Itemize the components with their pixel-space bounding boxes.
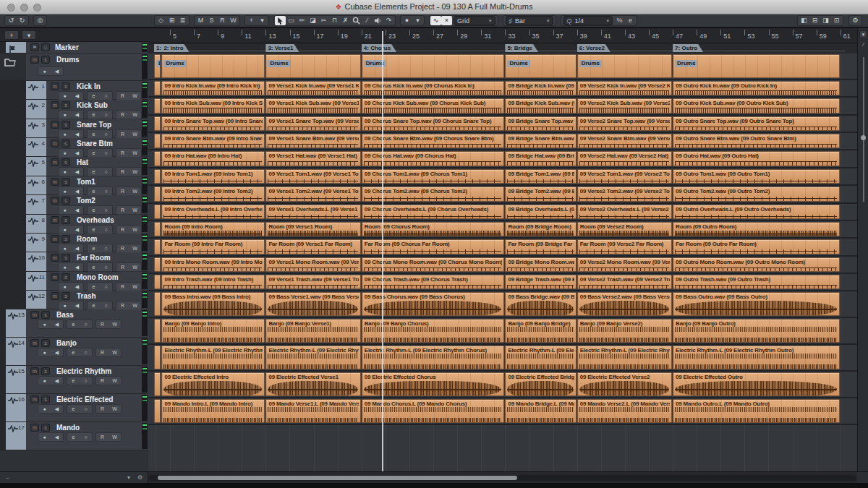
- setup-zones-icon[interactable]: ⊡: [831, 16, 842, 25]
- audio-clip[interactable]: [154, 116, 161, 131]
- monitor-icon[interactable]: ◀: [71, 206, 83, 214]
- record-arm-icon[interactable]: ●: [59, 206, 71, 214]
- mute-button[interactable]: m: [51, 273, 59, 281]
- marker-lane[interactable]: 1: Intr2: Intro3: Verse14: Chorus5: Brid…: [148, 43, 857, 53]
- horizontal-scrollbar[interactable]: [149, 475, 856, 481]
- solo-button[interactable]: s: [61, 121, 70, 129]
- freeze-icon[interactable]: ○: [100, 244, 112, 252]
- edit-channel-icon[interactable]: e: [88, 149, 100, 157]
- audio-clip[interactable]: 09 Verse1 Kick In.wav (09 Verse1 Kick In…: [265, 81, 360, 95]
- read-automation-icon[interactable]: R: [96, 320, 109, 328]
- audio-clip[interactable]: 09 Verse1 Snare Top.wav (09 Verse1 Snare…: [265, 116, 360, 131]
- right-zone-icon[interactable]: ◨: [820, 16, 831, 25]
- audio-clip[interactable]: 09 Verse2 Overheads.L (09 Verse2 Overhea…: [577, 205, 672, 219]
- monitor-icon[interactable]: ◀: [71, 244, 83, 252]
- monitor-icon[interactable]: ◀: [71, 111, 83, 119]
- read-automation-icon[interactable]: R: [116, 168, 129, 176]
- mute-button[interactable]: m: [51, 178, 59, 186]
- audio-track-row[interactable]: 17msMando●◀e○RW: [0, 422, 148, 450]
- folder-track-row[interactable]: msDrums●◀: [0, 53, 148, 81]
- read-automation-icon[interactable]: R: [116, 263, 129, 271]
- toolbar-setup-icon[interactable]: ⚙: [850, 16, 861, 25]
- audio-clip[interactable]: 09 Mando Intro.L (09 Mando Intro): [161, 399, 265, 423]
- freeze-icon[interactable]: ○: [100, 149, 112, 157]
- audio-clip[interactable]: 09 Verse1 Trash.wav (09 Verse1 Trash): [265, 275, 360, 289]
- freeze-icon[interactable]: ○: [100, 111, 112, 119]
- audio-clip[interactable]: [154, 319, 161, 343]
- timeline-ruler[interactable]: 5791113151719212325272931333537394143454…: [148, 28, 857, 43]
- audio-clip[interactable]: 09 Verse1 Hat.wav (09 Verse1 Hat): [265, 151, 360, 166]
- audio-clip[interactable]: Electric Rhythm-L (09 Electric Rhythm Br…: [505, 346, 576, 369]
- monitor-icon[interactable]: ◀: [51, 67, 63, 75]
- audio-clip[interactable]: 09 Bass Verse1.wav (09 Bass Verse1): [265, 292, 360, 316]
- audio-clip[interactable]: 09 Outro Hat.wav (09 Outro Hat): [673, 151, 840, 166]
- audio-track-row[interactable]: 12msTrash●◀e○RW: [0, 291, 148, 309]
- iterative-quantize-icon[interactable]: e: [625, 16, 636, 25]
- write-automation-icon[interactable]: W: [129, 149, 141, 157]
- edit-channel-icon[interactable]: e: [67, 405, 80, 413]
- track-settings-gear-icon[interactable]: ⚙: [137, 474, 142, 481]
- audio-clip[interactable]: 09 Verse2 Kick Sub.wav (09 Verse2 Kick S…: [577, 98, 672, 113]
- read-automation-icon[interactable]: R: [96, 433, 109, 441]
- write-automation-icon[interactable]: W: [129, 263, 141, 271]
- write-automation-icon[interactable]: W: [129, 187, 141, 195]
- audio-clip[interactable]: 09 Electric Effected Intro: [161, 372, 265, 396]
- track-presets-button[interactable]: ▾: [22, 30, 36, 40]
- audio-clip[interactable]: [154, 292, 161, 316]
- read-automation-icon[interactable]: R: [116, 226, 129, 234]
- audio-track-row[interactable]: 15msElectric Rhythm●◀e○RW: [0, 366, 148, 394]
- zoom-tool[interactable]: [351, 16, 362, 25]
- write-automation-icon[interactable]: W: [129, 111, 141, 119]
- edit-channel-icon[interactable]: e: [88, 111, 100, 119]
- audio-track-lane[interactable]: Electric Rhythm-L (09 Electric Rhythm In…: [148, 345, 857, 372]
- audio-clip[interactable]: Banjo (09 Banjo Intro): [161, 319, 265, 343]
- audio-track-lane[interactable]: 09 Intro Snare Top.wav (09 Intro Snare T…: [148, 116, 857, 133]
- mute-button[interactable]: m: [51, 254, 59, 262]
- monitor-icon[interactable]: ◀: [71, 301, 83, 309]
- mute-button[interactable]: m: [51, 158, 59, 166]
- audio-track-lane[interactable]: 09 Mando Intro.L (09 Mando Intro)09 Mand…: [148, 398, 857, 425]
- edit-channel-icon[interactable]: e: [88, 263, 100, 271]
- record-arm-icon[interactable]: ●: [38, 348, 51, 356]
- record-arm-icon[interactable]: ●: [38, 405, 51, 413]
- redo-icon[interactable]: ↻: [17, 16, 27, 25]
- audio-clip[interactable]: 09 Mando Verse1.L (09 Mando Verse1): [265, 399, 360, 423]
- audio-clip[interactable]: [154, 205, 161, 219]
- freeze-icon[interactable]: ○: [80, 377, 92, 385]
- audio-clip[interactable]: [154, 222, 161, 236]
- read-automation-icon[interactable]: R: [116, 244, 129, 252]
- solo-button[interactable]: s: [61, 82, 70, 90]
- edit-channel-icon[interactable]: e: [67, 377, 80, 385]
- audio-clip[interactable]: 09 Verse2 Trash.wav (09 Verse2 Trash): [577, 275, 672, 289]
- folder-track-lane[interactable]: DruDrumsDrumsDrumsDrumsDrumsDrums: [148, 53, 857, 80]
- audio-clip[interactable]: 09 Bass Outro.wav (09 Bass Outro): [673, 292, 840, 316]
- glue-tool[interactable]: ⊓: [329, 16, 340, 25]
- audio-clip[interactable]: 09 Mando Bridge.L (09 Mando Bridge): [505, 399, 576, 423]
- mute-button[interactable]: m: [51, 140, 59, 147]
- play-tool[interactable]: [373, 16, 383, 25]
- audio-clip[interactable]: 09 Verse2 Snare Btm.wav (09 Verse2 Snare…: [577, 134, 672, 148]
- audio-clip[interactable]: Banjo (09 Banjo Verse1): [265, 319, 360, 343]
- read-automation-icon[interactable]: R: [116, 187, 129, 195]
- write-automation-icon[interactable]: W: [129, 92, 141, 100]
- monitor-icon[interactable]: ◀: [71, 283, 83, 291]
- audio-clip[interactable]: 09 Mando Outro.L (09 Mando Outro): [673, 399, 840, 423]
- edit-channel-icon[interactable]: e: [88, 168, 100, 176]
- audio-track-lane[interactable]: 09 Intro Kick In.wav (09 Intro Kick In)0…: [148, 80, 857, 98]
- audio-track-row[interactable]: 1msKick In●◀e○RW: [0, 81, 148, 100]
- audio-track-lane[interactable]: 09 Intro Hat.wav (09 Intro Hat)09 Verse1…: [148, 150, 857, 168]
- audio-track-row[interactable]: 3msSnare Top●◀e○RW: [0, 119, 148, 138]
- audio-clip[interactable]: [154, 346, 161, 369]
- channel-visibility-icon[interactable]: ≣: [177, 16, 188, 25]
- folder-clip[interactable]: Drums: [265, 54, 360, 78]
- write-automation-icon[interactable]: W: [109, 377, 121, 385]
- write-automation-icon[interactable]: W: [129, 244, 141, 252]
- snap-type-dropdown[interactable]: Grid▾: [454, 16, 495, 25]
- edit-channel-icon[interactable]: e: [67, 348, 80, 356]
- edit-channel-icon[interactable]: e: [88, 283, 100, 291]
- monitor-icon[interactable]: ◀: [51, 320, 63, 328]
- draw-tool[interactable]: ✏: [297, 16, 307, 25]
- zoom-slider-handle[interactable]: [861, 135, 866, 140]
- freeze-icon[interactable]: ○: [100, 226, 112, 234]
- marker-flag[interactable]: 3: Verse1: [265, 44, 299, 52]
